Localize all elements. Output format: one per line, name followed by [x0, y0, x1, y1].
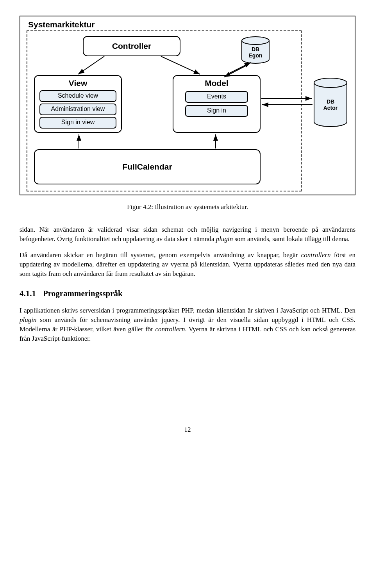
db-actor-cylinder: DBActor [313, 77, 348, 128]
controller-box: Controller [83, 36, 180, 56]
section-heading: 4.1.1Programmeringsspråk [20, 288, 355, 299]
paragraph-3: I applikationen skrivs serversidan i pro… [20, 306, 355, 343]
fullcalendar-label: FullCalendar [122, 161, 172, 172]
model-item-events: Events [185, 91, 248, 103]
diagram-title: Systemarkitektur [28, 19, 95, 30]
section-title: Programmeringsspråk [43, 289, 123, 298]
view-box: View Schedule view Administration view S… [34, 75, 122, 133]
view-item-signin: Sign in view [39, 117, 116, 129]
model-box: Model Events Sign in [173, 75, 261, 133]
paragraph-2: Då användaren skickar en begäran till sy… [20, 250, 355, 278]
figure-caption: Figur 4.2: Illustration av systemets ark… [20, 202, 355, 212]
view-item-schedule: Schedule view [39, 90, 116, 102]
paragraph-1: sidan. När användaren är validerad visar… [20, 225, 355, 244]
section-number: 4.1.1 [20, 289, 36, 298]
view-title: View [35, 77, 121, 89]
db-actor-label: DBActor [313, 98, 348, 111]
model-item-signin: Sign in [185, 105, 248, 117]
architecture-diagram: Systemarkitektur Controller View Schedul… [20, 16, 355, 195]
fullcalendar-box: FullCalendar [34, 149, 261, 184]
db-egon-label: DBEgon [241, 46, 270, 59]
page-number: 12 [20, 425, 355, 434]
db-egon-cylinder: DBEgon [241, 36, 270, 65]
view-item-administration: Administration view [39, 104, 116, 115]
model-title: Model [173, 77, 260, 89]
